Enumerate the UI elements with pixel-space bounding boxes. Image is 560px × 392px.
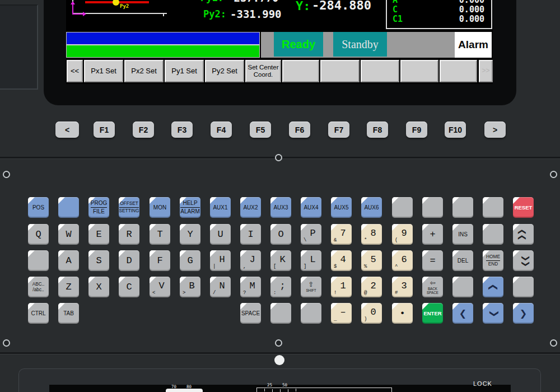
key-1[interactable]: 1! <box>331 277 352 297</box>
fkey-f2[interactable]: F2 <box>133 122 154 138</box>
key-equals[interactable]: = <box>422 250 443 271</box>
softkey-blank-4[interactable] <box>400 60 438 82</box>
key-k[interactable]: K[ <box>270 250 291 271</box>
key-y[interactable]: Y <box>180 224 200 245</box>
key-blank-r1c12[interactable] <box>392 197 413 218</box>
key-page-down[interactable]: ❮❮ <box>513 250 534 271</box>
key-enter[interactable]: ENTER <box>422 303 443 324</box>
fkey-f6[interactable]: F6 <box>289 122 310 138</box>
key-mon[interactable]: MON <box>150 197 170 218</box>
fkey-prev[interactable]: < <box>55 122 79 138</box>
key-space[interactable]: SPACE <box>240 303 261 324</box>
key-tab[interactable]: TAB <box>58 303 79 324</box>
key-cursor-down[interactable]: ❮ <box>483 303 503 324</box>
fkey-f5[interactable]: F5 <box>250 122 271 138</box>
key-i[interactable]: I <box>240 224 261 245</box>
key-ins[interactable]: INS <box>452 224 473 245</box>
fkey-f3[interactable]: F3 <box>171 122 193 138</box>
key-4[interactable]: 4$ <box>331 250 352 271</box>
key-6[interactable]: 6^ <box>392 250 413 271</box>
key-aux2[interactable]: AUX2 <box>240 197 261 218</box>
key-p[interactable]: P\ <box>301 224 321 245</box>
key-aux5[interactable]: AUX5 <box>331 197 352 218</box>
key-j[interactable]: J, <box>240 250 261 271</box>
fkey-f4[interactable]: F4 <box>211 122 232 138</box>
key-blank-r1c13[interactable] <box>422 197 443 218</box>
key-prog-file[interactable]: PROGFILE <box>88 197 109 218</box>
key-b[interactable]: B> <box>180 277 200 297</box>
key-e[interactable]: E <box>88 224 109 245</box>
key-f[interactable]: F <box>150 250 170 271</box>
key-help-alarm[interactable]: HELPALARM <box>180 197 200 218</box>
key-del[interactable]: DEL <box>452 250 473 271</box>
key-blank-r4c14[interactable] <box>452 277 473 297</box>
fkey-f1[interactable]: F1 <box>94 122 115 138</box>
key-cursor-right[interactable]: ❯ <box>513 303 534 324</box>
key-shift[interactable]: ⇧SHIFT <box>301 277 321 297</box>
softkey-px1-set[interactable]: Px1 Set <box>84 60 123 82</box>
key-7[interactable]: 7& <box>331 224 352 245</box>
key-pos[interactable]: POS <box>28 197 49 218</box>
key-cursor-up[interactable]: ❮ <box>483 277 503 297</box>
key-page-up[interactable]: ❮❮ <box>513 224 534 245</box>
key-t[interactable]: T <box>150 224 170 245</box>
key-w[interactable]: W <box>58 224 79 245</box>
fkey-next[interactable]: > <box>484 122 506 138</box>
key-blank-r2c15[interactable] <box>483 224 503 245</box>
softkey-blank-1[interactable] <box>282 60 319 82</box>
key-9[interactable]: 9( <box>392 224 413 245</box>
key-g[interactable]: G <box>180 250 200 271</box>
key-plus[interactable]: + <box>422 224 443 245</box>
key-l[interactable]: L] <box>301 250 321 271</box>
key-z[interactable]: Z <box>58 277 79 297</box>
key-home-end[interactable]: HOMEEND <box>483 250 503 271</box>
fkey-f8[interactable]: F8 <box>367 122 388 138</box>
key-blank-r1c14[interactable] <box>452 197 473 218</box>
softkey-blank-3[interactable] <box>361 60 399 82</box>
key-0[interactable]: 0) <box>361 303 382 324</box>
key-blank-blue[interactable] <box>58 197 79 218</box>
key-reset[interactable]: RESET <box>513 197 534 218</box>
key-v[interactable]: V< <box>150 277 170 297</box>
softkey-py2-set[interactable]: Py2 Set <box>205 60 244 82</box>
key-ctrl[interactable]: CTRL <box>28 303 49 324</box>
key-a[interactable]: A <box>58 250 79 271</box>
key-blank-r4c16[interactable] <box>513 277 534 297</box>
key-q[interactable]: Q <box>28 224 49 245</box>
key-decimal-point[interactable]: • <box>392 303 413 324</box>
key-3[interactable]: 3# <box>392 277 413 297</box>
key-blank-r1c15[interactable] <box>483 197 503 218</box>
fkey-f10[interactable]: F10 <box>445 122 466 138</box>
key-8[interactable]: 8* <box>361 224 382 245</box>
key-o[interactable]: O <box>270 224 291 245</box>
softkey-blank-5[interactable] <box>440 60 477 82</box>
softkey-set-center-coord[interactable]: Set CenterCoord. <box>245 60 281 82</box>
key-blank-r5c8[interactable] <box>270 303 291 324</box>
key-x[interactable]: X <box>88 277 109 297</box>
key-u[interactable]: U <box>210 224 231 245</box>
key-aux6[interactable]: AUX6 <box>361 197 382 218</box>
key-n[interactable]: N/ <box>210 277 231 297</box>
key-2[interactable]: 2@ <box>361 277 382 297</box>
softkey-px2-set[interactable]: Px2 Set <box>124 60 164 82</box>
softkey-page-left[interactable]: << <box>67 60 83 82</box>
key-aux4[interactable]: AUX4 <box>301 197 321 218</box>
key-semicolon[interactable]: ;: <box>270 277 291 297</box>
key-case-toggle[interactable]: ABC../abc.. <box>28 277 49 297</box>
key-blank-r3c0[interactable] <box>28 250 49 271</box>
key-blank-r5c9[interactable] <box>301 303 321 324</box>
softkey-blank-2[interactable] <box>320 60 360 82</box>
softkey-py1-set[interactable]: Py1 Set <box>165 60 204 82</box>
fkey-f7[interactable]: F7 <box>328 122 349 138</box>
key-backspace[interactable]: ⇦BACKSPACE <box>422 277 443 297</box>
key-h[interactable]: H| <box>210 250 231 271</box>
key-cursor-left[interactable]: ❮ <box>452 303 473 324</box>
key-minus[interactable]: –_ <box>331 303 352 324</box>
key-c[interactable]: C <box>119 277 139 297</box>
key-offset-setting[interactable]: OFFSETSETTING <box>119 197 139 218</box>
key-m[interactable]: M? <box>240 277 261 297</box>
fkey-f9[interactable]: F9 <box>406 122 427 138</box>
key-r[interactable]: R <box>119 224 139 245</box>
softkey-page-right[interactable]: >> <box>479 60 493 82</box>
key-aux1[interactable]: AUX1 <box>210 197 231 218</box>
